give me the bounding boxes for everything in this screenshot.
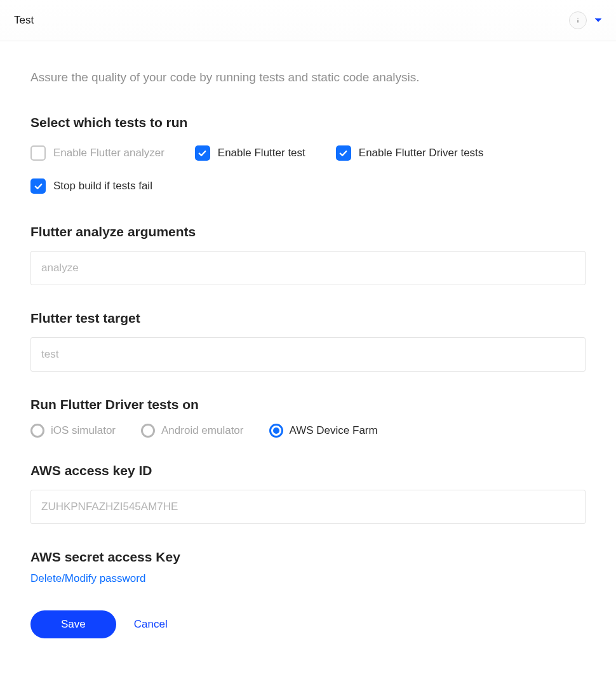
aws-key-id-input[interactable] [30, 490, 586, 524]
radio-unchecked-icon [30, 424, 44, 438]
aws-device-farm-radio-item[interactable]: AWS Device Farm [269, 424, 378, 438]
info-icon [573, 16, 582, 25]
form-actions: Save Cancel [30, 610, 586, 638]
checkbox-checked-icon [30, 178, 46, 194]
aws-key-id-label: AWS access key ID [30, 463, 586, 478]
analyze-args-field: Flutter analyze arguments [30, 224, 586, 285]
info-button[interactable] [569, 11, 587, 29]
stop-on-fail-checkbox-label: Stop build if tests fail [53, 180, 152, 192]
ios-simulator-radio-label: iOS simulator [51, 424, 116, 437]
android-emulator-radio-label: Android emulator [161, 424, 243, 437]
checkbox-unchecked-icon [30, 145, 46, 161]
driver-run-on-radio-group: iOS simulator Android emulator AWS Devic… [30, 424, 586, 438]
page-description: Assure the quality of your code by runni… [30, 71, 586, 84]
aws-secret-field: AWS secret access Key Delete/Modify pass… [30, 549, 586, 585]
flutter-test-checkbox-label: Enable Flutter test [218, 147, 305, 159]
chevron-down-icon [594, 17, 602, 24]
test-target-label: Flutter test target [30, 311, 586, 326]
radio-checked-icon [269, 424, 283, 438]
analyze-args-label: Flutter analyze arguments [30, 224, 586, 239]
aws-secret-label: AWS secret access Key [30, 549, 586, 565]
check-icon [34, 182, 43, 191]
radio-unchecked-icon [141, 424, 155, 438]
test-target-input[interactable] [30, 337, 586, 372]
cancel-button[interactable]: Cancel [134, 618, 168, 631]
driver-run-on-field: Run Flutter Driver tests on iOS simulato… [30, 397, 586, 438]
header-actions [569, 11, 602, 29]
flutter-test-checkbox-item[interactable]: Enable Flutter test [195, 145, 305, 161]
check-icon [198, 149, 207, 158]
android-emulator-radio-item[interactable]: Android emulator [141, 424, 243, 438]
delete-modify-password-link[interactable]: Delete/Modify password [30, 572, 145, 585]
aws-key-id-field: AWS access key ID [30, 463, 586, 524]
select-tests-heading: Select which tests to run [30, 115, 586, 130]
ios-simulator-radio-item[interactable]: iOS simulator [30, 424, 116, 438]
checkbox-checked-icon [336, 145, 351, 161]
svg-point-0 [577, 18, 578, 18]
expand-toggle[interactable] [594, 15, 602, 26]
analyzer-checkbox-item[interactable]: Enable Flutter analyzer [30, 145, 164, 161]
content-area: Assure the quality of your code by runni… [0, 41, 616, 664]
driver-tests-checkbox-label: Enable Flutter Driver tests [359, 147, 484, 159]
stop-on-fail-checkbox-item[interactable]: Stop build if tests fail [30, 178, 586, 194]
check-icon [338, 149, 348, 158]
aws-device-farm-radio-label: AWS Device Farm [290, 424, 378, 437]
driver-tests-checkbox-item[interactable]: Enable Flutter Driver tests [336, 145, 484, 161]
page-title: Test [14, 14, 34, 27]
page-header: Test [0, 0, 616, 41]
tests-checkbox-group: Enable Flutter analyzer Enable Flutter t… [30, 145, 586, 194]
driver-run-on-label: Run Flutter Driver tests on [30, 397, 586, 412]
analyze-args-input[interactable] [30, 251, 586, 285]
analyzer-checkbox-label: Enable Flutter analyzer [53, 147, 164, 159]
test-target-field: Flutter test target [30, 311, 586, 372]
checkbox-checked-icon [195, 145, 210, 161]
save-button[interactable]: Save [30, 610, 116, 638]
